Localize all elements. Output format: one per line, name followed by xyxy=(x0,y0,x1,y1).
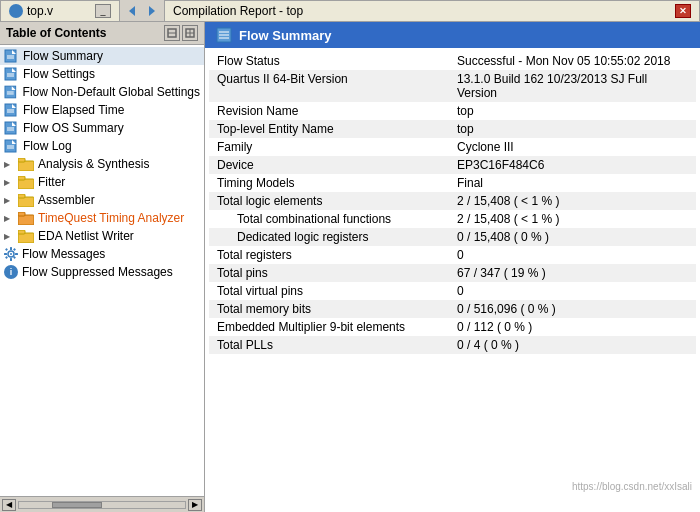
nav-item-eda[interactable]: ▶ EDA Netlist Writer xyxy=(0,227,204,245)
tab-compilation-report[interactable]: Compilation Report - top ✕ xyxy=(164,0,700,21)
row-value: 13.1.0 Build 162 10/23/2013 SJ Full Vers… xyxy=(449,70,696,102)
table-row: FamilyCyclone III xyxy=(209,138,696,156)
svg-marker-2 xyxy=(149,6,155,16)
scroll-track[interactable] xyxy=(18,501,186,509)
row-label: Embedded Multiplier 9-bit elements xyxy=(209,318,449,336)
nav-item-flow-summary[interactable]: Flow Summary xyxy=(0,47,204,65)
svg-rect-35 xyxy=(18,176,25,180)
row-label: Total virtual pins xyxy=(209,282,449,300)
row-value: 0 xyxy=(449,246,696,264)
row-value: 0 / 15,408 ( 0 % ) xyxy=(449,228,696,246)
tab-top-v-label: top.v xyxy=(27,4,53,18)
folder-icon-timequest xyxy=(18,212,34,225)
row-label: Total PLLs xyxy=(209,336,449,354)
chevron-icon-analysis: ▶ xyxy=(4,160,14,169)
nav-label-analysis: Analysis & Synthesis xyxy=(38,157,149,171)
scroll-left-btn[interactable]: ◀ xyxy=(2,499,16,511)
folder-icon-eda xyxy=(18,230,34,243)
nav-label-flow-summary: Flow Summary xyxy=(23,49,103,63)
nav-item-fitter[interactable]: ▶ Fitter xyxy=(0,173,204,191)
table-row: Total pins67 / 347 ( 19 % ) xyxy=(209,264,696,282)
nav-label-fitter: Fitter xyxy=(38,175,65,189)
nav-item-timequest[interactable]: ▶ TimeQuest Timing Analyzer xyxy=(0,209,204,227)
row-label: Family xyxy=(209,138,449,156)
row-value: top xyxy=(449,120,696,138)
doc-icon-flow-settings xyxy=(4,67,19,81)
toc-icon-btn-1[interactable] xyxy=(164,25,180,41)
toc-title: Table of Contents xyxy=(6,26,106,40)
data-table: Flow StatusSuccessful - Mon Nov 05 10:55… xyxy=(209,52,696,354)
row-label: Total memory bits xyxy=(209,300,449,318)
nav-item-flow-messages[interactable]: Flow Messages xyxy=(0,245,204,263)
scroll-thumb[interactable] xyxy=(52,502,102,508)
svg-rect-50 xyxy=(5,256,8,259)
chevron-icon-fitter: ▶ xyxy=(4,178,14,187)
row-value: Final xyxy=(449,174,696,192)
folder-icon-fitter xyxy=(18,176,34,189)
nav-label-timequest: TimeQuest Timing Analyzer xyxy=(38,211,184,225)
nav-item-flow-elapsed[interactable]: Flow Elapsed Time xyxy=(0,101,204,119)
scroll-right-btn[interactable]: ▶ xyxy=(188,499,202,511)
svg-rect-49 xyxy=(13,248,16,251)
nav-label-eda: EDA Netlist Writer xyxy=(38,229,134,243)
toc-header: Table of Contents xyxy=(0,22,204,45)
svg-rect-47 xyxy=(15,253,18,255)
tab-compilation-report-label: Compilation Report - top xyxy=(173,4,303,18)
table-row: Total PLLs0 / 4 ( 0 % ) xyxy=(209,336,696,354)
row-value: 0 xyxy=(449,282,696,300)
row-label: Total combinational functions xyxy=(209,210,449,228)
nav-item-flow-os[interactable]: Flow OS Summary xyxy=(0,119,204,137)
table-row: Quartus II 64-Bit Version13.1.0 Build 16… xyxy=(209,70,696,102)
tab-top-v[interactable]: top.v _ xyxy=(0,0,120,21)
svg-rect-39 xyxy=(18,212,25,216)
table-row: Total combinational functions2 / 15,408 … xyxy=(209,210,696,228)
table-row: Dedicated logic registers0 / 15,408 ( 0 … xyxy=(209,228,696,246)
table-row: Flow StatusSuccessful - Mon Nov 05 10:55… xyxy=(209,52,696,70)
nav-back-icon[interactable] xyxy=(124,3,140,19)
nav-label-flow-settings: Flow Settings xyxy=(23,67,95,81)
nav-item-flow-suppressed[interactable]: i Flow Suppressed Messages xyxy=(0,263,204,281)
horizontal-scrollbar[interactable]: ◀ ▶ xyxy=(0,496,204,512)
row-label: Timing Models xyxy=(209,174,449,192)
row-value: 0 / 4 ( 0 % ) xyxy=(449,336,696,354)
row-label: Total registers xyxy=(209,246,449,264)
doc-icon-flow-summary xyxy=(4,49,19,63)
row-value: 0 / 516,096 ( 0 % ) xyxy=(449,300,696,318)
row-label: Flow Status xyxy=(209,52,449,70)
row-value: 0 / 112 ( 0 % ) xyxy=(449,318,696,336)
row-value: Cyclone III xyxy=(449,138,696,156)
doc-icon-flow-log xyxy=(4,139,19,153)
folder-icon-assembler xyxy=(18,194,34,207)
chevron-icon-timequest: ▶ xyxy=(4,214,14,223)
nav-item-analysis[interactable]: ▶ Analysis & Synthesis xyxy=(0,155,204,173)
nav-label-flow-os: Flow OS Summary xyxy=(23,121,124,135)
nav-item-assembler[interactable]: ▶ Assembler xyxy=(0,191,204,209)
section-title-text: Flow Summary xyxy=(239,28,331,43)
info-icon-flow-suppressed: i xyxy=(4,265,18,279)
nav-label-flow-elapsed: Flow Elapsed Time xyxy=(23,103,124,117)
close-button[interactable]: ✕ xyxy=(675,4,691,18)
svg-rect-45 xyxy=(10,258,12,261)
nav-label-flow-non-default: Flow Non-Default Global Settings xyxy=(23,85,200,99)
table-row: Total memory bits0 / 516,096 ( 0 % ) xyxy=(209,300,696,318)
row-value: 67 / 347 ( 19 % ) xyxy=(449,264,696,282)
toc-icon-btn-2[interactable] xyxy=(182,25,198,41)
nav-item-flow-non-default[interactable]: Flow Non-Default Global Settings xyxy=(0,83,204,101)
nav-item-flow-settings[interactable]: Flow Settings xyxy=(0,65,204,83)
table-row: Total virtual pins0 xyxy=(209,282,696,300)
table-row: Top-level Entity Nametop xyxy=(209,120,696,138)
nav-forward-icon[interactable] xyxy=(144,3,160,19)
table-row: Total registers0 xyxy=(209,246,696,264)
nav-item-flow-log[interactable]: Flow Log xyxy=(0,137,204,155)
section-title: Flow Summary xyxy=(205,22,700,48)
svg-rect-33 xyxy=(18,158,25,162)
right-panel: Flow Summary Flow StatusSuccessful - Mon… xyxy=(205,22,700,512)
row-label: Total logic elements xyxy=(209,192,449,210)
row-label: Dedicated logic registers xyxy=(209,228,449,246)
svg-rect-41 xyxy=(18,230,25,234)
svg-point-43 xyxy=(10,253,12,255)
svg-marker-1 xyxy=(129,6,135,16)
minimize-button[interactable]: _ xyxy=(95,4,111,18)
doc-icon-flow-os xyxy=(4,121,19,135)
row-value: 2 / 15,408 ( < 1 % ) xyxy=(449,192,696,210)
